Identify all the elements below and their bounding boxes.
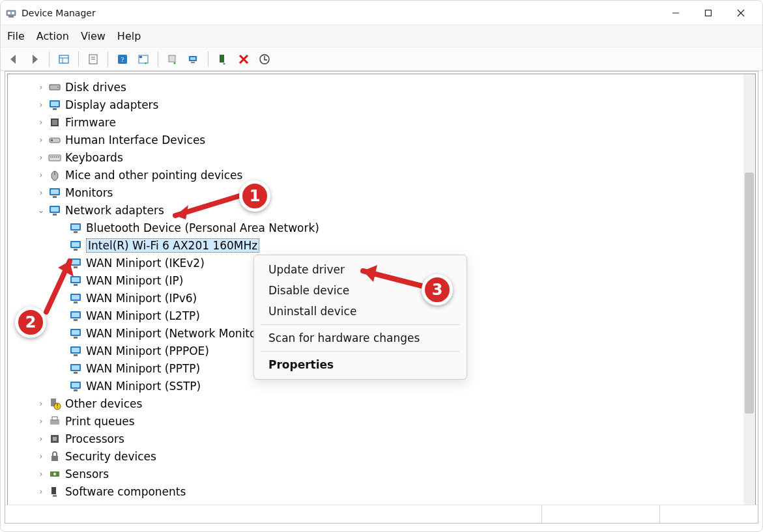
tree-category-print[interactable]: ›Print queues xyxy=(10,412,753,430)
tree-category-label: Network adapters xyxy=(65,204,164,217)
tree-category-display[interactable]: ›Display adapters xyxy=(10,96,753,113)
hid-icon xyxy=(48,133,61,147)
menubar: File Action View Help xyxy=(1,25,762,48)
svg-rect-1 xyxy=(8,12,10,14)
svg-rect-29 xyxy=(51,102,59,106)
network-adapter-icon xyxy=(69,327,82,340)
tree-category-softcomp[interactable]: ›Software components xyxy=(10,483,753,500)
show-hide-tree-button[interactable] xyxy=(55,50,73,68)
svg-rect-39 xyxy=(56,156,57,158)
chevron-down-icon[interactable]: ⌄ xyxy=(36,206,46,215)
chevron-right-icon[interactable]: › xyxy=(36,417,46,426)
svg-rect-68 xyxy=(72,330,79,335)
svg-rect-56 xyxy=(72,260,79,264)
menu-action[interactable]: Action xyxy=(36,30,69,42)
tree-device-item[interactable]: ·Intel(R) Wi-Fi 6 AX201 160MHz xyxy=(10,236,753,254)
svg-rect-59 xyxy=(72,277,79,282)
ctx-scan-hardware[interactable]: Scan for hardware changes xyxy=(254,328,467,348)
svg-rect-77 xyxy=(72,383,79,387)
scan-hardware-button[interactable] xyxy=(184,50,203,68)
tree-device-item[interactable]: ·WAN Miniport (SSTP) xyxy=(10,377,753,395)
tree-device-item[interactable]: ·Bluetooth Device (Personal Area Network… xyxy=(10,219,753,236)
tree-category-label: Human Interface Devices xyxy=(65,133,205,147)
vertical-scrollbar[interactable] xyxy=(743,74,755,520)
chevron-right-icon[interactable]: › xyxy=(36,171,46,180)
svg-rect-89 xyxy=(51,487,56,494)
chevron-right-icon[interactable]: › xyxy=(36,118,46,127)
chevron-right-icon[interactable]: › xyxy=(36,83,46,92)
action-panel-button[interactable] xyxy=(134,50,152,68)
svg-rect-35 xyxy=(49,155,61,161)
disable-device-button[interactable] xyxy=(255,50,274,68)
chevron-right-icon[interactable]: › xyxy=(36,487,46,496)
menu-help[interactable]: Help xyxy=(117,30,141,42)
chevron-right-icon[interactable]: › xyxy=(36,135,46,145)
network-adapter-icon xyxy=(69,380,82,393)
svg-rect-3 xyxy=(8,16,14,18)
annotation-marker-1: 1 xyxy=(239,180,270,212)
tree-category-other[interactable]: ›!Other devices xyxy=(10,395,753,412)
tree-category-cpu[interactable]: ›Processors xyxy=(10,430,753,447)
menu-file[interactable]: File xyxy=(7,30,25,42)
svg-rect-5 xyxy=(706,10,712,16)
tree-category-security[interactable]: ›Security devices xyxy=(10,447,753,465)
network-adapter-icon xyxy=(69,292,82,305)
svg-rect-34 xyxy=(51,139,53,141)
scrollbar-thumb[interactable] xyxy=(745,173,754,413)
tree-category-firmware[interactable]: ›Firmware xyxy=(10,113,753,131)
tree-device-label: WAN Miniport (L2TP) xyxy=(86,309,200,322)
svg-rect-36 xyxy=(50,156,51,158)
close-button[interactable] xyxy=(725,1,757,25)
enable-device-button[interactable] xyxy=(214,50,232,68)
svg-rect-66 xyxy=(74,319,78,321)
tree-category-label: Display adapters xyxy=(65,98,158,111)
chevron-right-icon[interactable]: › xyxy=(36,434,46,443)
tree-category-disk[interactable]: ›Disk drives xyxy=(10,78,753,96)
properties-button[interactable] xyxy=(84,50,102,68)
chevron-right-icon[interactable]: › xyxy=(36,452,46,461)
svg-rect-21 xyxy=(191,62,195,63)
sensors-icon xyxy=(48,468,61,481)
svg-rect-75 xyxy=(74,372,78,374)
tree-category-monitors[interactable]: ›Monitors xyxy=(10,184,753,201)
tree-device-label: WAN Miniport (IP) xyxy=(86,274,183,287)
tree-category-sensors[interactable]: ›Sensors xyxy=(10,465,753,483)
help-button[interactable]: ? xyxy=(113,50,132,68)
chevron-right-icon[interactable]: › xyxy=(36,399,46,408)
tree-category-network[interactable]: ⌄Network adapters xyxy=(10,201,753,219)
display-icon xyxy=(48,98,61,111)
maximize-button[interactable] xyxy=(692,1,725,25)
network-adapter-icon xyxy=(69,221,82,234)
firmware-icon xyxy=(48,116,61,129)
toolbar-separator xyxy=(108,51,108,67)
svg-rect-90 xyxy=(53,495,57,497)
chevron-right-icon[interactable]: › xyxy=(36,469,46,479)
svg-rect-78 xyxy=(74,389,78,391)
tree-category-mouse[interactable]: ›Mice and other pointing devices xyxy=(10,166,753,184)
toolbar-separator xyxy=(49,51,50,67)
tree-device-label: WAN Miniport (IPv6) xyxy=(86,292,197,305)
svg-rect-45 xyxy=(53,196,57,198)
ctx-properties[interactable]: Properties xyxy=(254,354,467,375)
svg-rect-72 xyxy=(74,354,78,356)
svg-rect-47 xyxy=(51,207,59,212)
back-button[interactable] xyxy=(5,50,23,68)
chevron-right-icon[interactable]: › xyxy=(36,188,46,197)
svg-rect-17 xyxy=(139,56,142,58)
tree-category-hid[interactable]: ›Human Interface Devices xyxy=(10,131,753,148)
tree-device-label: Bluetooth Device (Personal Area Network) xyxy=(86,221,319,234)
svg-rect-38 xyxy=(54,156,55,158)
menu-view[interactable]: View xyxy=(81,30,106,42)
chevron-right-icon[interactable]: › xyxy=(36,153,46,162)
update-driver-button[interactable] xyxy=(164,50,182,68)
uninstall-device-button[interactable] xyxy=(235,50,253,68)
tree-device-label: WAN Miniport (PPPOE) xyxy=(86,344,209,357)
svg-rect-69 xyxy=(74,337,78,339)
window-controls xyxy=(659,1,757,25)
forward-button[interactable] xyxy=(25,50,44,68)
svg-text:?: ? xyxy=(121,55,124,63)
tree-category-keyboard[interactable]: ›Keyboards xyxy=(10,148,753,166)
keyboard-icon xyxy=(48,151,61,164)
chevron-right-icon[interactable]: › xyxy=(36,100,46,109)
minimize-button[interactable] xyxy=(659,1,692,25)
